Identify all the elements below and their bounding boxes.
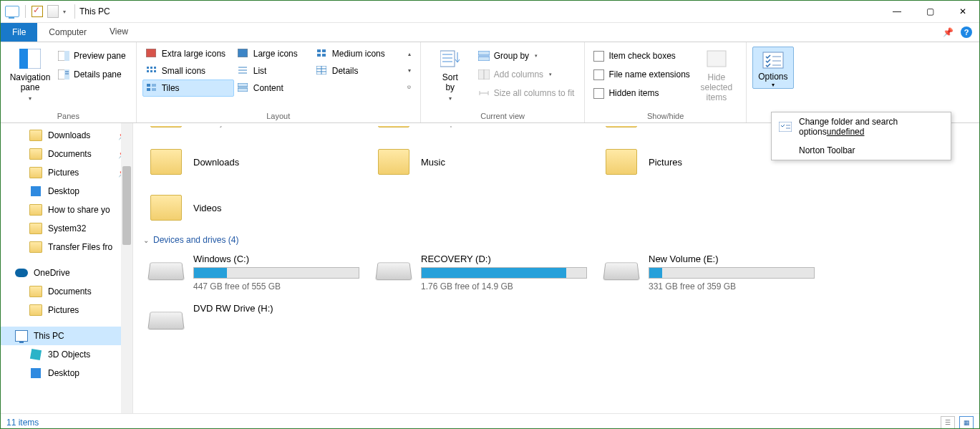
layout-small-icons[interactable]: Small icons bbox=[142, 62, 234, 79]
layout-gallery[interactable]: Extra large iconsLarge iconsMedium icons… bbox=[142, 45, 414, 97]
usage-bar bbox=[421, 267, 587, 279]
tree-item-pictures[interactable]: Pictures📌 bbox=[1, 163, 132, 182]
tree-item-3d-objects[interactable]: 3D Objects bbox=[1, 345, 132, 364]
maximize-button[interactable]: ▢ bbox=[913, 1, 946, 22]
qat-properties-icon[interactable] bbox=[31, 6, 43, 17]
drive-new-volume-e-[interactable]: New Volume (E:)331 GB free of 359 GB bbox=[601, 248, 829, 297]
cube-icon bbox=[29, 349, 42, 360]
add-columns-button: Add columns▾ bbox=[474, 67, 579, 82]
tree-item-system32[interactable]: System32 bbox=[1, 219, 132, 238]
tab-computer[interactable]: Computer bbox=[37, 23, 98, 42]
content-pane[interactable]: 3D ObjectsDesktopDocumentsDownloadsMusic… bbox=[133, 123, 979, 413]
qat-newfolder-icon[interactable] bbox=[47, 5, 59, 18]
details-view-button[interactable]: ☰ bbox=[941, 416, 955, 429]
layout-tiles[interactable]: Tiles bbox=[142, 79, 234, 97]
item-checkboxes-toggle[interactable]: Item check boxes bbox=[591, 48, 692, 64]
folder-icon bbox=[149, 126, 183, 139]
layout-list[interactable]: List bbox=[234, 62, 313, 79]
preview-pane-button[interactable]: Preview pane bbox=[54, 48, 130, 64]
sort-by-button[interactable]: Sort by▾ bbox=[427, 45, 474, 102]
tree-scrollbar[interactable] bbox=[121, 123, 132, 413]
drive-icon bbox=[149, 303, 183, 337]
tree-item-pictures[interactable]: Pictures bbox=[1, 301, 132, 319]
tree-item-desktop[interactable]: Desktop bbox=[1, 364, 132, 382]
drive-dvd-rw-drive-h-[interactable]: DVD RW Drive (H:) bbox=[146, 297, 374, 343]
group-by-button[interactable]: Group by▾ bbox=[474, 48, 579, 64]
svg-rect-13 bbox=[322, 54, 326, 57]
group-layout: Extra large iconsLarge iconsMedium icons… bbox=[136, 42, 420, 122]
svg-rect-15 bbox=[150, 67, 152, 69]
svg-rect-19 bbox=[154, 70, 156, 72]
fold-icon bbox=[29, 148, 42, 160]
fold-icon bbox=[29, 167, 42, 178]
folder-icon bbox=[149, 145, 183, 179]
norton-toolbar-label: Norton Toolbar bbox=[799, 145, 855, 155]
svg-rect-34 bbox=[238, 88, 248, 92]
tiles-view-button[interactable]: ▦ bbox=[959, 416, 974, 429]
tree-item-onedrive[interactable]: OneDrive bbox=[1, 264, 132, 282]
tree-item-transfer-files-fro[interactable]: Transfer Files fro bbox=[1, 238, 132, 256]
hidden-items-toggle[interactable]: Hidden items bbox=[591, 85, 692, 101]
change-folder-options-item[interactable]: Change folder and search optionsundefine… bbox=[772, 112, 951, 141]
folder-tile-3d-objects[interactable]: 3D Objects bbox=[146, 126, 374, 139]
layout-more-icon[interactable]: ⎊ bbox=[404, 80, 414, 95]
tab-file[interactable]: File bbox=[1, 23, 37, 42]
options-icon bbox=[779, 122, 792, 132]
svg-rect-40 bbox=[478, 57, 490, 61]
layout-large-icons[interactable]: Large icons bbox=[234, 45, 313, 62]
svg-rect-30 bbox=[147, 88, 150, 91]
usage-bar bbox=[649, 267, 815, 279]
tree-item-documents[interactable]: Documents📌 bbox=[1, 145, 132, 163]
drives-header[interactable]: ⌄Devices and drives (4) bbox=[143, 235, 979, 245]
svg-rect-11 bbox=[322, 49, 326, 52]
fold-icon bbox=[29, 286, 42, 297]
folder-tile-music[interactable]: Music bbox=[374, 139, 601, 185]
navigation-tree[interactable]: Downloads📌Documents📌Pictures📌DesktopHow … bbox=[1, 123, 133, 413]
layout-scroll-up-icon[interactable]: ▴ bbox=[404, 47, 414, 62]
tree-item-how-to-share-yo[interactable]: How to share yo bbox=[1, 201, 132, 219]
minimize-ribbon-icon[interactable]: 📌 bbox=[943, 27, 954, 37]
tab-view[interactable]: View bbox=[98, 23, 140, 42]
fold-icon bbox=[29, 204, 42, 216]
qat-dropdown-icon[interactable]: ▾ bbox=[63, 9, 66, 15]
desk-icon bbox=[29, 367, 42, 379]
folder-icon bbox=[377, 145, 411, 179]
close-button[interactable]: ✕ bbox=[946, 1, 979, 22]
layout-extra-large-icons[interactable]: Extra large icons bbox=[142, 45, 234, 62]
status-count: 11 items bbox=[6, 418, 39, 428]
fold-icon bbox=[29, 223, 42, 234]
help-icon[interactable]: ? bbox=[961, 26, 972, 38]
filename-extensions-toggle[interactable]: File name extensions bbox=[591, 67, 692, 82]
norton-toolbar-item[interactable]: Norton Toolbar bbox=[772, 141, 951, 160]
folder-tile-downloads[interactable]: Downloads bbox=[146, 139, 374, 185]
layout-medium-icons[interactable]: Medium icons bbox=[313, 45, 404, 62]
folder-icon bbox=[604, 145, 639, 179]
details-pane-button[interactable]: Details pane bbox=[54, 67, 130, 82]
svg-rect-27 bbox=[147, 84, 150, 87]
title-bar: ▾ This PC — ▢ ✕ bbox=[1, 1, 979, 23]
minimize-button[interactable]: — bbox=[880, 1, 913, 22]
folder-tile-videos[interactable]: Videos bbox=[146, 185, 374, 231]
app-icon[interactable] bbox=[5, 6, 19, 17]
drive-icon bbox=[604, 254, 639, 288]
svg-rect-48 bbox=[779, 122, 792, 132]
svg-rect-5 bbox=[64, 69, 69, 79]
folder-tile-desktop[interactable]: Desktop bbox=[374, 126, 601, 139]
tree-item-documents[interactable]: Documents bbox=[1, 282, 132, 301]
navigation-pane-button[interactable]: Navigation pane▾ bbox=[6, 45, 54, 102]
options-button[interactable]: Options ▾ bbox=[752, 47, 794, 89]
layout-scroll-down-icon[interactable]: ▾ bbox=[404, 64, 414, 78]
tree-item-downloads[interactable]: Downloads📌 bbox=[1, 126, 132, 145]
drive-recovery-d-[interactable]: RECOVERY (D:)1.76 GB free of 14.9 GB bbox=[374, 248, 601, 297]
drive-windows-c-[interactable]: Windows (C:)447 GB free of 555 GB bbox=[146, 248, 374, 297]
fold-icon bbox=[29, 304, 42, 316]
tree-item-desktop[interactable]: Desktop bbox=[1, 182, 132, 201]
folder-icon bbox=[604, 126, 639, 139]
folder-icon bbox=[377, 126, 411, 139]
layout-content[interactable]: Content bbox=[234, 79, 313, 97]
quick-access-toolbar: ▾ bbox=[1, 5, 70, 18]
svg-rect-16 bbox=[154, 67, 156, 69]
tree-item-this-pc[interactable]: This PC bbox=[1, 327, 132, 345]
window-title: This PC bbox=[79, 6, 110, 16]
layout-details[interactable]: Details bbox=[313, 62, 404, 79]
